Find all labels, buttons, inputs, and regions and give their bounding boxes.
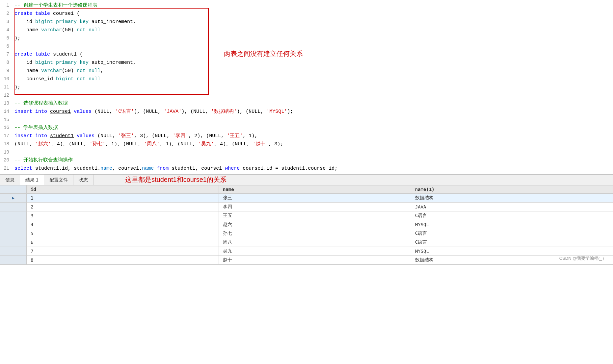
cell-name1: 数据结构 [411, 194, 613, 203]
col-id-header: id [27, 185, 219, 194]
cell-name: 李四 [219, 203, 411, 211]
code-line-15: 15 [0, 116, 613, 124]
table-row: 4 赵六 MYSQL [0, 220, 613, 229]
cell-name: 孙七 [219, 229, 411, 238]
cell-id: 2 [27, 203, 219, 211]
tab-info[interactable]: 信息 [0, 175, 20, 185]
table-row: 5 孙七 C语言 [0, 229, 613, 238]
table-row: 2 李四 JAVA [0, 203, 613, 211]
table-row: 7 吴九 MYSQL [0, 247, 613, 256]
cell-id: 3 [27, 211, 219, 220]
cell-id: 8 [27, 256, 219, 265]
cell-name: 王五 [219, 211, 411, 220]
code-line-5: 5 ); [0, 34, 613, 42]
cell-name: 吴九 [219, 247, 411, 256]
code-line-21: 21 select student1.id, student1.name, co… [0, 164, 613, 173]
tab-status[interactable]: 状态 [73, 175, 93, 185]
code-line-11: 11 ); [0, 83, 613, 91]
cell-id: 5 [27, 229, 219, 238]
col-indicator-header [0, 185, 27, 194]
cell-name: 赵十 [219, 256, 411, 265]
tab-result1[interactable]: 结果 1 [20, 175, 44, 185]
row-indicator [0, 247, 27, 256]
row-indicator: ▶ [0, 194, 27, 203]
cell-name1: MYSQL [411, 247, 613, 256]
code-line-8: 8 id bigint primary key auto_increment, [0, 59, 613, 67]
table-row: ▶ 1 张三 数据结构 [0, 194, 613, 203]
code-line-12: 12 [0, 91, 613, 99]
watermark: CSDN @我要学编程(_） [559, 255, 606, 261]
cell-id: 1 [27, 194, 219, 203]
annotation-relation: 这里都是student1和course1的关系 [125, 175, 227, 184]
row-indicator [0, 211, 27, 220]
code-line-3: 3 id bigint primary key auto_increment, [0, 18, 613, 26]
bottom-panel: 信息 结果 1 配置文件 状态 这里都是student1和course1的关系 … [0, 174, 613, 265]
code-line-2: 2 create table course1 ( [0, 10, 613, 18]
code-line-13: 13 -- 选修课程表插入数据 [0, 99, 613, 108]
col-name1-header: name(1) [411, 185, 613, 194]
editor-area: 两表之间没有建立任何关系 1 -- 创建一个学生表和一个选修课程表 2 crea… [0, 0, 613, 174]
table-row: 3 王五 C语言 [0, 211, 613, 220]
cell-id: 6 [27, 238, 219, 247]
tab-config[interactable]: 配置文件 [44, 175, 73, 185]
cell-name1: JAVA [411, 203, 613, 211]
result-table: id name name(1) ▶ 1 张三 数据结构 2 李四 JAVA [0, 185, 613, 265]
code-line-16: 16 -- 学生表插入数据 [0, 124, 613, 132]
code-line-6: 6 [0, 42, 613, 50]
cell-name1: MYSQL [411, 220, 613, 229]
cell-name1: C语言 [411, 211, 613, 220]
code-line-10: 10 course_id bigint not null [0, 75, 613, 83]
cell-name: 周八 [219, 238, 411, 247]
code-line-18: 18 (NULL, '赵六', 4), (NULL, '孙七', 1), (NU… [0, 140, 613, 148]
code-line-1: 1 -- 创建一个学生表和一个选修课程表 [0, 1, 613, 10]
result-wrapper: id name name(1) ▶ 1 张三 数据结构 2 李四 JAVA [0, 185, 613, 265]
code-line-19: 19 [0, 148, 613, 156]
col-name-header: name [219, 185, 411, 194]
code-line-4: 4 name varchar(50) not null [0, 26, 613, 34]
cell-id: 4 [27, 220, 219, 229]
cell-name1: C语言 [411, 229, 613, 238]
cell-id: 7 [27, 247, 219, 256]
cell-name1: C语言 [411, 238, 613, 247]
code-line-17: 17 insert into student1 values (NULL, '张… [0, 132, 613, 140]
row-indicator [0, 220, 27, 229]
table-row: 6 周八 C语言 [0, 238, 613, 247]
row-indicator [0, 256, 27, 265]
table-row: 8 赵十 数据结构 [0, 256, 613, 265]
code-line-9: 9 name varchar(50) not null, [0, 67, 613, 75]
cell-name: 张三 [219, 194, 411, 203]
code-line-7: 7 create table student1 ( [0, 50, 613, 59]
cell-name: 赵六 [219, 220, 411, 229]
row-indicator [0, 238, 27, 247]
row-indicator [0, 203, 27, 211]
row-indicator [0, 229, 27, 238]
code-line-20: 20 -- 开始执行联合查询操作 [0, 156, 613, 164]
tab-bar: 信息 结果 1 配置文件 状态 这里都是student1和course1的关系 [0, 175, 613, 185]
code-line-14: 14 insert into course1 values (NULL, 'C语… [0, 108, 613, 116]
